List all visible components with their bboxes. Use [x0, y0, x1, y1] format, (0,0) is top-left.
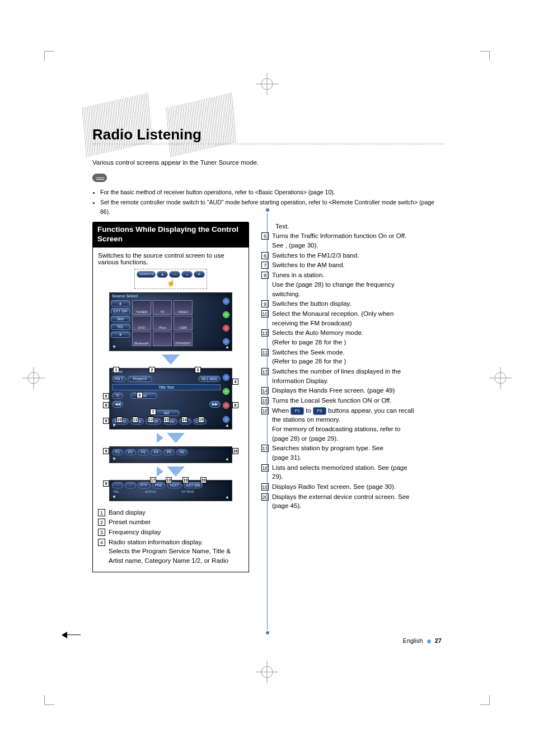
down-button: ▼: [111, 332, 130, 338]
extsw-button: EXT SW: [111, 308, 130, 314]
registration-mark-icon: [22, 367, 45, 389]
legend-text: Frequency display: [109, 528, 243, 537]
callout-8: 8: [103, 402, 109, 408]
legend-text: Band display: [109, 508, 243, 517]
right-legend-list: Text.5Turns the Traffic Information func…: [261, 222, 418, 511]
arrow-row: [98, 433, 243, 443]
extra-button: -: [112, 482, 123, 488]
crop-mark: [44, 695, 54, 705]
source-tile: [153, 332, 172, 346]
legend-number: 19: [261, 483, 269, 491]
cut-arrow-icon: [62, 632, 67, 638]
arrow-row: [98, 466, 243, 477]
extra-button: PTY: [138, 482, 151, 488]
status-tel: TEL: [113, 490, 119, 493]
legend-number: 10: [261, 310, 269, 318]
am-button: AM: [153, 410, 180, 416]
legend-text: Selects the Auto Memory mode.(Refer to p…: [272, 328, 418, 347]
callout-7: 7: [150, 409, 156, 415]
device-button: ▲: [157, 271, 168, 278]
column-divider: [267, 213, 268, 630]
callout-1: 1: [113, 367, 119, 373]
footer-page: 27: [435, 637, 442, 644]
preset-button: P3: [138, 449, 149, 455]
callout-19: 19: [182, 477, 189, 483]
screenshot-tuner: Tuner FM 1 Preset 6 98.1 MHz Title Text …: [109, 368, 232, 430]
legend-number: 5: [261, 232, 269, 240]
legend-text: Radio station information display.Select…: [109, 538, 243, 566]
legend-number: 3: [98, 529, 105, 536]
footer-dot-icon: [427, 640, 431, 643]
tel-button: TEL: [111, 324, 130, 330]
screenshot-extra: - - PTY PRE TEXT EXT SW TEL AUTO1 ST RDS: [109, 480, 232, 501]
callout-5: 5: [103, 393, 109, 399]
legend-number: 9: [261, 300, 269, 307]
legend-text: Turns the Loacal Seek function ON or Off…: [272, 396, 418, 405]
source-tile: DVD: [132, 316, 151, 330]
side-icon: [223, 374, 229, 381]
fm-button: FM: [130, 393, 157, 399]
page-footer: English 27: [403, 637, 442, 644]
source-tile: VIDEO: [174, 300, 193, 315]
callout-16: 16: [232, 448, 238, 454]
legend-number: 8: [261, 272, 269, 279]
preset-button: P5: [163, 449, 175, 455]
device-button: ⌄: [181, 271, 193, 278]
side-icon: [223, 416, 229, 423]
status-strds: ST RDS: [181, 490, 194, 493]
hand-icon: ☝: [137, 279, 205, 287]
source-tile: Bluetooth: [132, 332, 151, 346]
ti-button: TI: [112, 393, 123, 399]
callout-6: 6: [137, 392, 143, 398]
callout-17: 17: [150, 477, 156, 483]
prev-button: ◀◀: [112, 401, 123, 408]
notes-list: For the basic method of receiver button …: [92, 188, 445, 216]
callout-2: 2: [149, 367, 155, 373]
nav-right-icon: ▲: [225, 494, 229, 500]
registration-mark-icon: [256, 73, 278, 95]
legend-text: Turns the Traffic Information function O…: [272, 231, 418, 250]
skin-button: Skin: [111, 316, 130, 322]
legend-number: 7: [261, 262, 269, 269]
device-button: —: [169, 271, 180, 278]
callout-20: 20: [200, 477, 207, 483]
registration-mark-icon: [256, 661, 278, 683]
nav-left-icon: ▼: [112, 456, 116, 461]
arrow-down-icon: [162, 354, 180, 365]
legend-number: 17: [261, 445, 269, 452]
callout-3: 3: [195, 367, 201, 373]
legend-number: 6: [261, 252, 269, 259]
legend-text: When P1 to P6 buttons appear, you can re…: [272, 406, 418, 444]
kenwood-label: KENWOOD: [137, 271, 156, 278]
legend-text: Switches the Seek mode.(Refer to page 28…: [272, 348, 418, 366]
left-legend-list: 1Band display2Preset number3Frequency di…: [98, 508, 243, 566]
legend-number: 16: [261, 407, 269, 414]
fm-badge: FM 1: [112, 376, 126, 382]
preset-button: P4: [151, 449, 162, 455]
callout-15: 15: [198, 417, 204, 423]
legend-text: Searches station by program type. See (p…: [272, 444, 418, 462]
legend-text: Switches the button display.: [272, 299, 418, 309]
side-icon: [223, 311, 229, 318]
legend-text: Displays the Hands Free screen. (page 49…: [272, 386, 418, 395]
side-icon: [223, 325, 229, 332]
legend-number: 14: [261, 387, 269, 394]
preset-button: P1: [112, 449, 123, 455]
legend-number: 15: [261, 397, 269, 404]
side-icon: [223, 402, 229, 409]
side-icon: [223, 298, 229, 305]
callout-9c: 9: [103, 480, 109, 487]
legend-number: 18: [261, 464, 269, 472]
note-icon: [92, 174, 107, 182]
screenshot-presets: P1 P2 P3 P4 P5 P6 ▼ ▲ 9 16: [109, 446, 232, 463]
callout-14: 14: [181, 417, 188, 423]
footer-lang: English: [403, 637, 423, 644]
title-text-bar: Title Text: [112, 384, 221, 390]
source-tile: TUNER: [132, 300, 151, 315]
registration-mark-icon: [489, 367, 512, 389]
screenshot-source-select: Source Select ▲ EXT SW Skin TEL ▼: [109, 292, 232, 351]
callout-9b: 9: [103, 448, 109, 454]
nav-left-icon: ▼: [112, 344, 116, 349]
legend-number: 1: [98, 509, 105, 516]
callout-8b: 8: [232, 402, 238, 408]
